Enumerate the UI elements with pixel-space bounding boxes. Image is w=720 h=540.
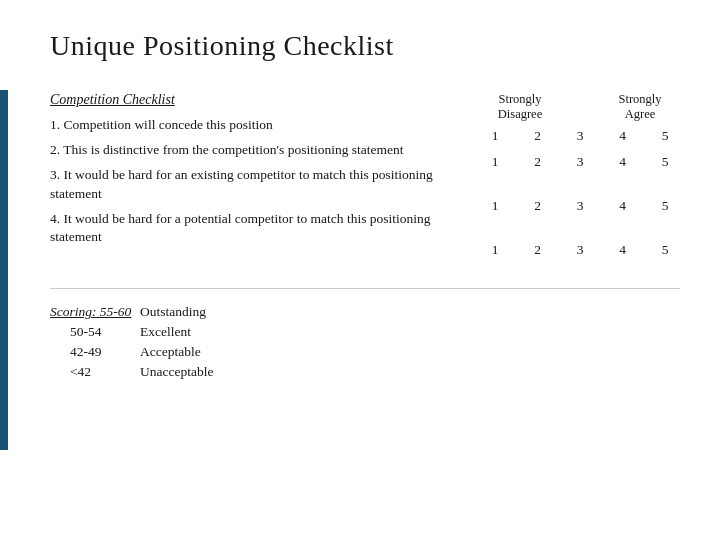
- item-number: 1.: [50, 117, 64, 132]
- checklist-column: Competition Checklist 1. Competition wil…: [50, 92, 480, 268]
- accent-bar: [0, 90, 8, 450]
- scoring-row-4: <42 Unacceptable: [50, 364, 680, 380]
- rating-val: 1: [480, 242, 510, 258]
- page: Unique Positioning Checklist Competition…: [0, 0, 720, 540]
- item-number: 3.: [50, 167, 64, 182]
- rating-val: 3: [565, 242, 595, 258]
- rating-val: 2: [523, 198, 553, 214]
- item-number: 2.: [50, 142, 63, 157]
- scoring-row-2: 50-54 Excellent: [50, 324, 680, 340]
- rating-val: 1: [480, 154, 510, 170]
- item-text: It would be hard for a potential competi…: [50, 211, 431, 245]
- checklist-item-3: 3. It would be hard for an existing comp…: [50, 166, 470, 204]
- scoring-row-3: 42-49 Acceptable: [50, 344, 680, 360]
- rating-val: 4: [608, 128, 638, 144]
- scoring-label-header: Scoring: 55-60: [50, 304, 140, 320]
- content-area: Competition Checklist 1. Competition wil…: [50, 92, 680, 268]
- checklist-item-2: 2. This is distinctive from the competit…: [50, 141, 470, 160]
- rating-val: 1: [480, 128, 510, 144]
- rating-row-1: 1 2 3 4 5: [480, 128, 680, 144]
- item-number: 4.: [50, 211, 64, 226]
- divider: [50, 288, 680, 289]
- scoring-range-3: 42-49: [50, 344, 140, 360]
- rating-val: 4: [608, 242, 638, 258]
- rating-val: 3: [565, 128, 595, 144]
- rating-row-2: 1 2 3 4 5: [480, 154, 680, 170]
- rating-val: 2: [523, 242, 553, 258]
- checklist-item-1: 1. Competition will concede this positio…: [50, 116, 470, 135]
- page-title: Unique Positioning Checklist: [50, 30, 680, 62]
- scoring-range-2: 50-54: [50, 324, 140, 340]
- rating-val: 2: [523, 154, 553, 170]
- rating-row-3: 1 2 3 4 5: [480, 198, 680, 214]
- scoring-section: Scoring: 55-60 Outstanding 50-54 Excelle…: [50, 304, 680, 380]
- rating-val: 3: [565, 154, 595, 170]
- scoring-value-3: Acceptable: [140, 344, 201, 360]
- item-text: This is distinctive from the competition…: [63, 142, 403, 157]
- rating-val: 5: [650, 128, 680, 144]
- rating-header: StronglyDisagree StronglyAgree: [480, 92, 680, 122]
- rating-val: 4: [608, 154, 638, 170]
- scoring-row-1: Scoring: 55-60 Outstanding: [50, 304, 680, 320]
- rating-val: 3: [565, 198, 595, 214]
- scoring-value-2: Excellent: [140, 324, 191, 340]
- scoring-range-4: <42: [50, 364, 140, 380]
- rating-val: 4: [608, 198, 638, 214]
- rating-header-right: StronglyAgree: [600, 92, 680, 122]
- rating-row-4: 1 2 3 4 5: [480, 242, 680, 258]
- rating-column: StronglyDisagree StronglyAgree 1 2 3 4 5…: [480, 92, 680, 268]
- item-text: It would be hard for an existing competi…: [50, 167, 433, 201]
- item-text: Competition will concede this position: [64, 117, 273, 132]
- rating-val: 5: [650, 242, 680, 258]
- rating-val: 2: [523, 128, 553, 144]
- scoring-value-1: Outstanding: [140, 304, 206, 320]
- rating-val: 5: [650, 154, 680, 170]
- checklist-label: Competition Checklist: [50, 92, 470, 108]
- rating-val: 5: [650, 198, 680, 214]
- scoring-table: Scoring: 55-60 Outstanding 50-54 Excelle…: [50, 304, 680, 380]
- rating-header-left: StronglyDisagree: [480, 92, 560, 122]
- scoring-value-4: Unacceptable: [140, 364, 213, 380]
- checklist-item-4: 4. It would be hard for a potential comp…: [50, 210, 470, 248]
- rating-val: 1: [480, 198, 510, 214]
